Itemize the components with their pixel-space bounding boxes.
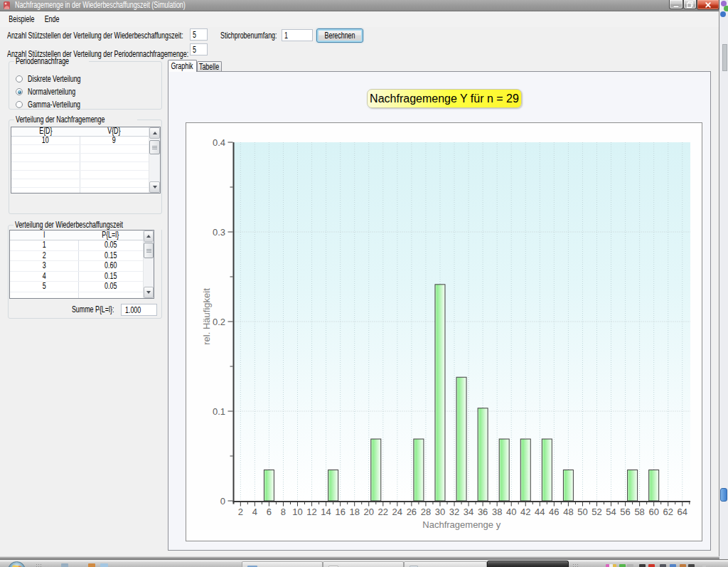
tray-slate-icon[interactable] — [660, 564, 666, 567]
tab-graphik[interactable]: Graphik — [168, 60, 197, 72]
scrollbar-thumb[interactable] — [144, 243, 154, 258]
tray-green-icon[interactable] — [619, 564, 626, 567]
grid-column-header[interactable]: l — [10, 230, 78, 240]
radio-gamma-verteilung[interactable]: Gamma-Verteilung — [16, 100, 99, 109]
table-cell[interactable]: 5 — [10, 282, 78, 292]
table-cell[interactable] — [80, 179, 149, 187]
close-button[interactable] — [697, 0, 719, 10]
taskbar-button-3[interactable] — [404, 561, 487, 567]
svg-text:8: 8 — [281, 507, 286, 517]
table-cell[interactable]: 0.15 — [78, 251, 143, 261]
background-scrollbar-thumb[interactable] — [720, 488, 727, 502]
table-row — [11, 188, 149, 194]
grid-scrollbar[interactable] — [149, 127, 160, 193]
table-cell[interactable]: 10 — [11, 137, 80, 144]
table-cell[interactable] — [11, 162, 80, 170]
table-cell[interactable]: 2 — [10, 251, 78, 261]
menu-item-beispiele[interactable]: Beispiele — [4, 12, 40, 27]
table-cell[interactable]: 4 — [10, 272, 78, 282]
tray-arrow-icon[interactable] — [702, 564, 706, 567]
table-cell[interactable] — [11, 171, 80, 179]
taskbar-button-2[interactable] — [323, 561, 404, 567]
groupbox-wiederbeschaffungszeit-title: Verteilung der Wiederbeschaffungszeit — [14, 221, 162, 230]
label-summe: Summe P{L=l}: — [57, 305, 114, 314]
table-cell[interactable]: 0.05 — [78, 240, 143, 250]
table-cell[interactable]: 9 — [80, 137, 149, 144]
grid-column-header[interactable]: P{L=l} — [78, 230, 143, 240]
chart-title: Nachfragemenge Y für n = 29 — [367, 89, 522, 108]
svg-text:50: 50 — [577, 507, 587, 517]
table-cell[interactable] — [80, 145, 149, 153]
table-cell[interactable] — [80, 154, 149, 161]
tray-orange-icon[interactable] — [680, 564, 686, 567]
radio-icon[interactable] — [16, 101, 23, 108]
table-cell[interactable] — [80, 188, 149, 194]
scrollbar-down-button[interactable] — [144, 287, 154, 298]
minimize-button[interactable] — [669, 0, 683, 9]
svg-text:56: 56 — [620, 507, 630, 517]
table-nachfragemenge[interactable]: E{D}V{D}109 — [11, 127, 161, 194]
scrollbar-up-button[interactable] — [144, 230, 154, 242]
table-cell[interactable]: 3 — [10, 261, 78, 271]
radio-normalverteilung[interactable]: Normalverteilung — [16, 88, 92, 96]
svg-text:12: 12 — [306, 507, 316, 517]
table-cell[interactable]: 0.60 — [78, 261, 143, 271]
tab-tabelle[interactable]: Tabelle — [197, 61, 222, 71]
background-scrollbar-button[interactable] — [722, 44, 727, 71]
table-cell[interactable] — [11, 188, 80, 194]
radio-icon[interactable] — [16, 75, 23, 83]
table-cell[interactable]: 1 — [10, 240, 78, 250]
groupbox-periodennachfrage: Periodennachfrage Diskrete VerteilungNor… — [9, 61, 162, 110]
table-row: 40.15 — [10, 272, 143, 282]
menubar: BeispieleEnde — [0, 12, 719, 27]
taskbar-button-1[interactable] — [242, 561, 323, 567]
svg-text:58: 58 — [634, 507, 644, 517]
restore-button[interactable] — [683, 0, 697, 9]
berechnen-button[interactable]: Berechnen — [316, 28, 363, 43]
table-row: 10.05 — [10, 240, 143, 251]
svg-text:20: 20 — [364, 507, 374, 517]
table-cell[interactable] — [11, 154, 80, 161]
scrollbar-up-button[interactable] — [149, 127, 160, 139]
radio-label: Diskrete Verteilung — [28, 74, 100, 84]
input-stichprobenumfang[interactable]: 1 — [282, 29, 313, 41]
taskbar-active-button[interactable] — [487, 561, 569, 567]
svg-text:38: 38 — [492, 507, 502, 517]
table-cell[interactable] — [11, 179, 80, 187]
svg-text:2: 2 — [238, 507, 243, 517]
radio-diskrete-verteilung[interactable]: Diskrete Verteilung — [16, 75, 100, 83]
tray-blue-icon[interactable] — [670, 564, 676, 567]
quicklaunch-icon-1[interactable] — [61, 563, 68, 567]
quicklaunch-icon-2[interactable] — [88, 563, 95, 567]
svg-text:28: 28 — [421, 507, 431, 517]
table-cell[interactable] — [10, 292, 78, 300]
tray-dark-icon[interactable] — [639, 564, 646, 567]
svg-text:Nachfragemenge y: Nachfragemenge y — [422, 519, 500, 530]
scrollbar-down-button[interactable] — [149, 181, 160, 193]
menu-item-ende[interactable]: Ende — [41, 12, 63, 27]
table-cell[interactable]: 0.15 — [78, 272, 143, 282]
tray-gray-icon[interactable] — [627, 564, 633, 567]
radio-selected-icon[interactable] — [16, 88, 23, 95]
svg-text:10: 10 — [292, 507, 302, 517]
scrollbar-thumb[interactable] — [149, 140, 160, 154]
table-wiederbeschaffungszeit[interactable]: lP{L=l}10.0520.1530.6040.1550.05 — [9, 230, 154, 299]
table-cell[interactable]: 0.05 — [78, 282, 143, 292]
quicklaunch-icon-3[interactable] — [100, 563, 108, 567]
start-button[interactable] — [8, 561, 26, 567]
table-row: 109 — [11, 137, 149, 145]
table-cell[interactable] — [80, 171, 149, 179]
table-cell[interactable] — [78, 292, 143, 300]
input-stuetzstellen-periodennachfragemenge[interactable]: 5 — [190, 43, 208, 55]
table-cell[interactable] — [80, 162, 149, 170]
groupbox-periodennachfrage-title: Periodennachfrage — [14, 57, 89, 66]
svg-text:0.4: 0.4 — [213, 137, 225, 148]
table-cell[interactable] — [11, 145, 80, 153]
input-stuetzstellen-wiederbeschaffungszeit[interactable]: 5 — [190, 28, 208, 41]
tray-yellow-icon[interactable] — [613, 564, 616, 567]
svg-text:16: 16 — [335, 507, 345, 517]
input-summe: 1.000 — [121, 304, 157, 316]
tray-red-icon[interactable] — [648, 564, 655, 567]
tray-black-icon[interactable] — [688, 564, 695, 567]
grid-scrollbar[interactable] — [143, 230, 154, 298]
